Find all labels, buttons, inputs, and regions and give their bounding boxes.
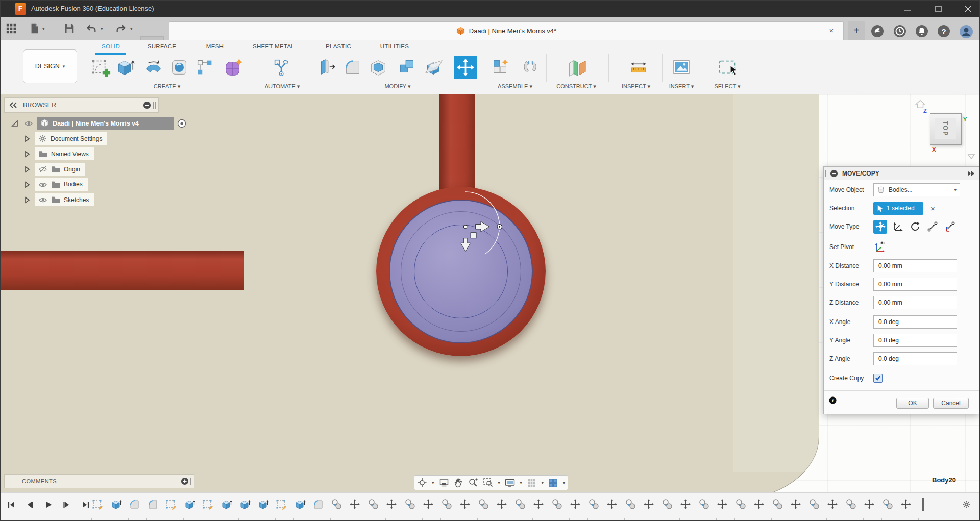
timeline-extrude-icon[interactable]	[220, 498, 233, 511]
timeline-copy-body-icon[interactable]	[734, 498, 748, 511]
zoom-icon[interactable]	[468, 478, 478, 488]
timeline-copy-body-icon[interactable]	[698, 498, 711, 511]
new-tab-button[interactable]: +	[848, 21, 865, 40]
timeline-move-icon[interactable]	[863, 498, 876, 511]
move-type-translate[interactable]	[891, 220, 904, 234]
set-pivot-icon[interactable]	[873, 241, 886, 253]
ok-button[interactable]: OK	[896, 398, 929, 409]
eye-icon[interactable]	[38, 195, 47, 205]
look-at-icon[interactable]	[439, 478, 449, 487]
browser-item-named-views[interactable]: Named Views	[23, 147, 94, 160]
workspace-dropdown[interactable]: DESIGN▾	[23, 49, 77, 83]
timeline-copy-body-icon[interactable]	[477, 498, 491, 511]
step-back-icon[interactable]	[25, 501, 34, 509]
job-status-icon[interactable]	[893, 24, 906, 38]
group-select[interactable]: SELECT ▾	[714, 83, 740, 90]
timeline-move-icon[interactable]	[459, 498, 472, 511]
automate-icon[interactable]	[269, 55, 293, 80]
timeline-move-icon[interactable]	[826, 498, 840, 511]
tab-mesh[interactable]: MESH	[206, 43, 224, 49]
pan-icon[interactable]	[454, 478, 463, 488]
tab-utilities[interactable]: UTILITIES	[380, 43, 409, 49]
x-angle-field[interactable]	[873, 315, 957, 329]
browser-minimize-icon[interactable]	[143, 101, 151, 109]
timeline-move-icon[interactable]	[569, 498, 582, 511]
group-construct[interactable]: CONSTRUCT ▾	[556, 83, 596, 90]
collapsed-icon[interactable]	[23, 165, 31, 173]
browser-item-sketches[interactable]: Sketches	[23, 193, 94, 206]
hole-icon[interactable]	[167, 55, 191, 80]
browser-root-row[interactable]: Daadi | Nine Men's Morris v4	[11, 117, 186, 130]
collapsed-icon[interactable]	[23, 150, 31, 158]
timeline-copy-body-icon[interactable]	[367, 498, 380, 511]
timeline-copy-body-icon[interactable]	[881, 498, 895, 511]
clear-selection-icon[interactable]: ×	[930, 204, 935, 213]
timeline-copy-body-icon[interactable]	[771, 498, 785, 511]
group-inspect[interactable]: INSPECT ▾	[622, 83, 650, 90]
eye-off-icon[interactable]	[38, 165, 47, 174]
info-icon[interactable]: i	[829, 396, 837, 404]
revolve-icon[interactable]	[141, 55, 166, 80]
timeline-move-icon[interactable]	[496, 498, 509, 511]
file-caret-icon[interactable]: ▾	[42, 26, 45, 31]
timeline-copy-body-icon[interactable]	[440, 498, 454, 511]
group-insert[interactable]: INSERT ▾	[669, 83, 694, 90]
timeline-fillet-icon[interactable]	[128, 498, 141, 511]
move-object-dropdown[interactable]: Bodies... ▾	[873, 183, 960, 196]
timeline-copy-body-icon[interactable]	[551, 498, 564, 511]
timeline-copy-body-icon[interactable]	[587, 498, 601, 511]
timeline-copy-body-icon[interactable]	[330, 498, 344, 511]
create-copy-checkbox[interactable]	[873, 374, 883, 383]
close-button[interactable]	[959, 4, 976, 14]
maximize-button[interactable]	[929, 4, 947, 14]
fillet-icon[interactable]	[340, 55, 365, 80]
undo-caret-icon[interactable]: ▾	[101, 26, 103, 31]
collapse-browser-icon[interactable]	[9, 101, 18, 110]
save-icon[interactable]	[64, 23, 75, 34]
timeline-copy-body-icon[interactable]	[808, 498, 821, 511]
extrude-icon[interactable]	[113, 55, 137, 80]
play-icon[interactable]	[44, 501, 53, 509]
press-pull-icon[interactable]	[315, 55, 339, 80]
group-automate[interactable]: AUTOMATE ▾	[265, 83, 300, 90]
pin-panel-icon[interactable]	[967, 170, 975, 177]
file-icon[interactable]	[29, 23, 40, 34]
timeline-copy-body-icon[interactable]	[661, 498, 674, 511]
z-angle-field[interactable]	[873, 352, 957, 365]
notifications-icon[interactable]	[915, 24, 928, 38]
document-tab[interactable]: Daadi | Nine Men's Morris v4* ×	[169, 21, 844, 40]
activate-radio-icon[interactable]	[177, 119, 186, 128]
timeline-copy-body-icon[interactable]	[404, 498, 417, 511]
move-type-point-to-position[interactable]	[943, 220, 957, 234]
orbit-icon[interactable]	[417, 478, 427, 488]
tab-close-icon[interactable]: ×	[827, 26, 836, 35]
measure-icon[interactable]	[626, 55, 651, 80]
help-icon[interactable]: ?	[937, 24, 950, 38]
timeline-fillet-icon[interactable]	[146, 498, 160, 511]
minimize-button[interactable]	[899, 4, 916, 14]
timeline-move-icon[interactable]	[606, 498, 619, 511]
move-manipulator[interactable]	[358, 176, 582, 370]
combine-icon[interactable]	[395, 55, 419, 80]
redo-icon[interactable]	[115, 23, 126, 34]
go-to-end-icon[interactable]	[81, 501, 90, 509]
board-red-arm-left[interactable]	[1, 251, 244, 290]
y-distance-field[interactable]	[873, 278, 957, 291]
fit-icon[interactable]	[483, 478, 493, 488]
rectangular-pattern-icon[interactable]	[192, 55, 217, 80]
timeline-playhead[interactable]	[922, 498, 924, 511]
joint-icon[interactable]	[518, 55, 543, 80]
eye-icon[interactable]	[24, 119, 33, 128]
new-component-icon[interactable]	[488, 55, 513, 80]
timeline-settings-gear-icon[interactable]	[962, 500, 971, 509]
go-to-start-icon[interactable]	[7, 501, 16, 509]
timeline-move-icon[interactable]	[679, 498, 693, 511]
viewcube[interactable]: TOP	[930, 113, 962, 145]
move-copy-icon[interactable]	[454, 56, 477, 79]
timeline-move-icon[interactable]	[716, 498, 729, 511]
move-type-rotate[interactable]	[908, 220, 922, 234]
redo-caret-icon[interactable]: ▾	[130, 26, 133, 31]
timeline-copy-body-icon[interactable]	[624, 498, 638, 511]
timeline-move-icon[interactable]	[385, 498, 399, 511]
timeline-copy-body-icon[interactable]	[845, 498, 858, 511]
